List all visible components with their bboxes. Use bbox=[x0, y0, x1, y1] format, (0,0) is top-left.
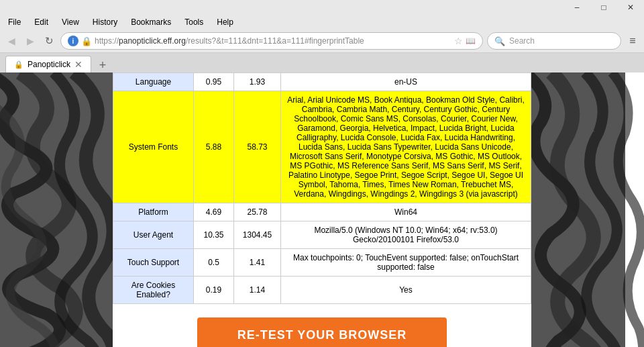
menu-help[interactable]: Help bbox=[214, 16, 236, 28]
table-row: Are Cookies Enabled? 0.19 1.14 Yes bbox=[113, 277, 531, 304]
maximize-button[interactable]: □ bbox=[590, 0, 617, 15]
bits-cell: 5.88 bbox=[194, 91, 234, 203]
left-decoration bbox=[0, 72, 113, 347]
tab-bar: 🔒 Panopticlick ✕ + bbox=[0, 53, 644, 72]
table-row: Platform 4.69 25.78 Win64 bbox=[113, 203, 531, 221]
nav-bar: ◀ ▶ ↻ i 🔒 https://panopticlick.eff.org/r… bbox=[0, 30, 644, 53]
url-text: https://panopticlick.eff.org/results?&t=… bbox=[95, 36, 451, 46]
retest-section: RE-TEST YOUR BROWSER bbox=[113, 304, 531, 347]
attribute-cell: User Agent bbox=[113, 221, 194, 249]
fingerprint-table: Language 0.95 1.93 en-US System Fonts 5.… bbox=[113, 72, 531, 304]
minimize-button[interactable]: – bbox=[564, 0, 590, 15]
bits-cell: 0.5 bbox=[194, 249, 234, 277]
hamburger-menu-icon[interactable]: ≡ bbox=[625, 34, 640, 48]
window-title-bar: – □ ✕ bbox=[0, 0, 644, 15]
bits-cell: 0.19 bbox=[194, 277, 234, 304]
forward-button[interactable]: ▶ bbox=[23, 34, 38, 48]
search-icon: 🔍 bbox=[494, 36, 505, 46]
tab-favicon: 🔒 bbox=[14, 60, 23, 69]
one-in-cell: 58.73 bbox=[234, 91, 281, 203]
bookmark-star-icon[interactable]: ☆ bbox=[454, 36, 463, 46]
one-in-cell: 1304.45 bbox=[234, 221, 281, 249]
menu-view[interactable]: View bbox=[59, 16, 82, 28]
value-cell: Yes bbox=[281, 277, 531, 304]
value-cell: en-US bbox=[281, 73, 531, 91]
left-zebra-svg bbox=[0, 72, 113, 347]
back-button[interactable]: ◀ bbox=[4, 34, 19, 48]
search-placeholder: Search bbox=[509, 36, 535, 46]
one-in-cell: 1.93 bbox=[234, 73, 281, 91]
value-cell: Mozilla/5.0 (Windows NT 10.0; Win64; x64… bbox=[281, 221, 531, 249]
attribute-cell: Language bbox=[113, 73, 194, 91]
value-cell: Win64 bbox=[281, 203, 531, 221]
menu-bar: File Edit View History Bookmarks Tools H… bbox=[0, 15, 644, 30]
reload-button[interactable]: ↻ bbox=[42, 34, 56, 48]
window-controls: – □ ✕ bbox=[564, 0, 644, 15]
attribute-cell: System Fonts bbox=[113, 91, 194, 203]
attribute-cell: Are Cookies Enabled? bbox=[113, 277, 194, 304]
bits-cell: 0.95 bbox=[194, 73, 234, 91]
browser-window: – □ ✕ File Edit View History Bookmarks T… bbox=[0, 0, 644, 347]
right-decoration bbox=[531, 72, 644, 347]
search-bar[interactable]: 🔍 Search bbox=[487, 32, 621, 50]
menu-history[interactable]: History bbox=[90, 16, 120, 28]
one-in-cell: 1.14 bbox=[234, 277, 281, 304]
retest-button[interactable]: RE-TEST YOUR BROWSER bbox=[197, 317, 447, 347]
menu-file[interactable]: File bbox=[5, 16, 23, 28]
menu-bookmarks[interactable]: Bookmarks bbox=[128, 16, 174, 28]
lock-icon: 🔒 bbox=[81, 36, 92, 46]
bits-cell: 4.69 bbox=[194, 203, 234, 221]
value-cell: Max touchpoints: 0; TouchEvent supported… bbox=[281, 249, 531, 277]
table-row: User Agent 10.35 1304.45 Mozilla/5.0 (Wi… bbox=[113, 221, 531, 249]
menu-tools[interactable]: Tools bbox=[182, 16, 206, 28]
url-domain: panopticlick.eff.org bbox=[119, 36, 186, 46]
value-cell: Arial, Arial Unicode MS, Book Antiqua, B… bbox=[281, 91, 531, 203]
one-in-cell: 25.78 bbox=[234, 203, 281, 221]
url-path: /results?&t=111&dnt=111&a=111#fingerprin… bbox=[186, 36, 364, 46]
page-content: Language 0.95 1.93 en-US System Fonts 5.… bbox=[0, 72, 644, 347]
site-info-icon[interactable]: i bbox=[68, 36, 78, 46]
table-row: System Fonts 5.88 58.73 Arial, Arial Uni… bbox=[113, 91, 531, 203]
tab-title: Panopticlick bbox=[28, 60, 70, 69]
table-row: Language 0.95 1.93 en-US bbox=[113, 73, 531, 91]
new-tab-button[interactable]: + bbox=[95, 58, 110, 72]
bits-cell: 10.35 bbox=[194, 221, 234, 249]
url-protocol: https:// bbox=[95, 36, 119, 46]
close-button[interactable]: ✕ bbox=[617, 0, 644, 15]
attribute-cell: Platform bbox=[113, 203, 194, 221]
one-in-cell: 1.41 bbox=[234, 249, 281, 277]
menu-edit[interactable]: Edit bbox=[32, 16, 51, 28]
active-tab[interactable]: 🔒 Panopticlick ✕ bbox=[5, 56, 91, 72]
reader-icon[interactable]: 📖 bbox=[466, 36, 476, 46]
tab-close-button[interactable]: ✕ bbox=[74, 59, 83, 70]
right-zebra-svg bbox=[531, 72, 644, 347]
main-content: Language 0.95 1.93 en-US System Fonts 5.… bbox=[113, 72, 531, 347]
table-row: Touch Support 0.5 1.41 Max touchpoints: … bbox=[113, 249, 531, 277]
attribute-cell: Touch Support bbox=[113, 249, 194, 277]
url-bar[interactable]: i 🔒 https://panopticlick.eff.org/results… bbox=[60, 32, 483, 50]
